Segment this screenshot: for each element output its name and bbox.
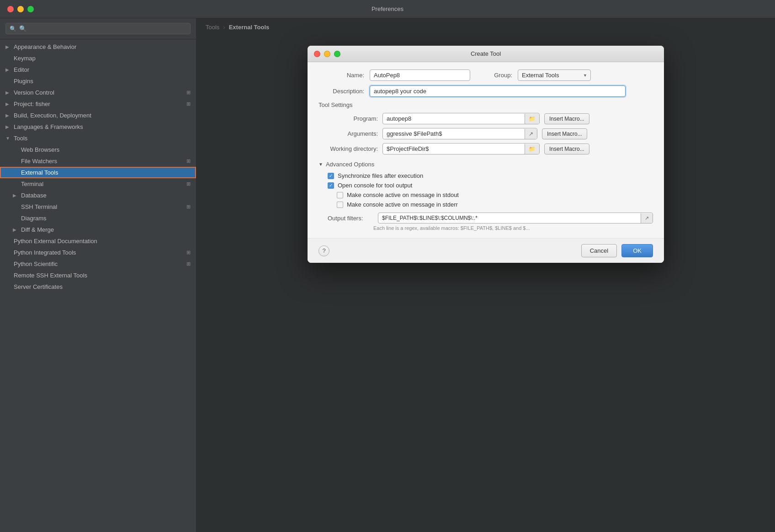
arguments-input-wrap: ↗ <box>382 128 537 139</box>
sidebar-item-label: Python External Documentation <box>14 238 191 245</box>
sidebar-item-database[interactable]: ▶ Database <box>0 190 196 201</box>
search-box: 🔍 <box>0 18 196 39</box>
help-button[interactable]: ? <box>318 245 329 256</box>
program-label: Program: <box>318 115 378 122</box>
sidebar-item-keymap[interactable]: Keymap <box>0 53 196 64</box>
sidebar-item-version-control[interactable]: ▶ Version Control ⊞ <box>0 87 196 98</box>
sidebar-item-ssh-terminal[interactable]: SSH Terminal ⊞ <box>0 201 196 213</box>
console-stderr-checkbox[interactable] <box>337 202 343 208</box>
window-controls <box>7 6 34 12</box>
maximize-button[interactable] <box>27 6 34 12</box>
sidebar-item-label: Diff & Merge <box>21 226 191 233</box>
checkbox-row-console-stderr: Make console active on message in stderr <box>318 201 653 208</box>
dialog-titlebar: Create Tool <box>308 46 664 62</box>
checkbox-row-sync-files: ✓ Synchronize files after execution <box>318 172 653 179</box>
sidebar-item-remote-ssh-external-tools[interactable]: Remote SSH External Tools <box>0 270 196 281</box>
search-input[interactable] <box>19 25 186 32</box>
program-insert-macro-button[interactable]: Insert Macro... <box>544 113 589 124</box>
sidebar-item-label: External Tools <box>21 169 191 176</box>
sidebar-item-build-execution-deployment[interactable]: ▶ Build, Execution, Deployment <box>0 110 196 121</box>
expand-arrow-icon: ▶ <box>13 193 19 198</box>
sidebar-item-project-fisher[interactable]: ▶ Project: fisher ⊞ <box>0 98 196 110</box>
open-console-checkbox[interactable]: ✓ <box>328 182 334 189</box>
sidebar-item-label: Editor <box>14 66 191 73</box>
advanced-options-toggle[interactable]: ▼ Advanced Options <box>318 161 653 168</box>
sidebar-item-file-watchers[interactable]: File Watchers ⊞ <box>0 155 196 167</box>
ok-button[interactable]: OK <box>621 244 653 257</box>
sidebar-item-python-integrated-tools[interactable]: Python Integrated Tools ⊞ <box>0 247 196 258</box>
sidebar-item-label: Plugins <box>14 78 191 85</box>
name-label: Name: <box>318 72 364 79</box>
sidebar-item-label: Appearance & Behavior <box>14 43 191 50</box>
sidebar-item-external-tools[interactable]: External Tools <box>0 167 196 178</box>
group-select[interactable]: External Tools <box>518 69 591 81</box>
sidebar-item-python-scientific[interactable]: Python Scientific ⊞ <box>0 258 196 270</box>
sync-files-checkbox[interactable]: ✓ <box>328 173 334 179</box>
sidebar-item-tools[interactable]: ▼ Tools <box>0 133 196 144</box>
program-row: Program: 📁 Insert Macro... <box>318 113 653 124</box>
name-input[interactable] <box>370 69 470 81</box>
sidebar-item-python-external-documentation[interactable]: Python External Documentation <box>0 235 196 247</box>
output-filters-input[interactable] <box>378 213 641 223</box>
sidebar-item-web-browsers[interactable]: Web Browsers <box>0 144 196 155</box>
tool-settings-title: Tool Settings <box>318 101 653 108</box>
sidebar-item-terminal[interactable]: Terminal ⊞ <box>0 178 196 190</box>
sidebar-item-label: File Watchers <box>21 158 185 165</box>
close-button[interactable] <box>7 6 14 12</box>
advanced-arrow-icon: ▼ <box>318 162 323 167</box>
expand-arrow-icon: ▶ <box>5 124 12 129</box>
sidebar: 🔍 ▶ Appearance & Behavior Keymap ▶ Edito… <box>0 18 196 532</box>
arguments-insert-macro-button[interactable]: Insert Macro... <box>542 128 587 139</box>
working-directory-row: Working directory: 📁 Insert Macro... <box>318 143 653 154</box>
working-directory-input[interactable] <box>383 144 525 154</box>
checkbox-row-open-console: ✓ Open console for tool output <box>318 182 653 189</box>
sidebar-item-label: Terminal <box>21 181 185 187</box>
advanced-options-section: ▼ Advanced Options ✓ Synchronize files a… <box>318 161 653 231</box>
arguments-input[interactable] <box>383 128 525 139</box>
working-directory-insert-macro-button[interactable]: Insert Macro... <box>544 144 589 154</box>
copy-icon: ⊞ <box>186 204 191 210</box>
expand-icon[interactable]: ↗ <box>525 129 537 139</box>
nav-tree: ▶ Appearance & Behavior Keymap ▶ Editor … <box>0 39 196 294</box>
minimize-button[interactable] <box>17 6 24 12</box>
group-label: Group: <box>485 72 512 79</box>
sidebar-item-appearance-behavior[interactable]: ▶ Appearance & Behavior <box>0 41 196 53</box>
folder-icon[interactable]: 📁 <box>525 144 539 154</box>
copy-icon: ⊞ <box>186 181 191 187</box>
description-label: Description: <box>318 88 364 95</box>
sidebar-item-label: Languages & Frameworks <box>14 123 191 130</box>
dialog-minimize-button[interactable] <box>324 51 330 57</box>
advanced-options-label: Advanced Options <box>326 161 374 168</box>
sidebar-item-plugins[interactable]: Plugins <box>0 75 196 87</box>
sidebar-item-label: Diagrams <box>21 215 191 222</box>
dialog-close-button[interactable] <box>314 51 320 57</box>
cancel-button[interactable]: Cancel <box>581 244 617 257</box>
open-console-label: Open console for tool output <box>338 182 412 189</box>
window-title: Preferences <box>372 5 403 12</box>
sidebar-item-label: Python Scientific <box>14 261 185 267</box>
copy-icon: ⊞ <box>186 250 191 255</box>
search-wrap[interactable]: 🔍 <box>5 23 191 34</box>
sidebar-item-label: Database <box>21 192 191 199</box>
expand-icon[interactable]: ↗ <box>641 213 653 223</box>
create-tool-dialog: Create Tool Name: Group: External Tools <box>308 46 664 263</box>
program-input[interactable] <box>383 113 525 124</box>
copy-icon: ⊞ <box>186 90 191 96</box>
sidebar-item-diagrams[interactable]: Diagrams <box>0 213 196 224</box>
program-input-wrap: 📁 <box>382 113 540 124</box>
description-input[interactable] <box>370 85 626 97</box>
working-directory-label: Working directory: <box>318 145 378 152</box>
sidebar-item-languages-frameworks[interactable]: ▶ Languages & Frameworks <box>0 121 196 133</box>
sidebar-item-editor[interactable]: ▶ Editor <box>0 64 196 75</box>
sidebar-item-diff-merge[interactable]: ▶ Diff & Merge <box>0 224 196 235</box>
console-stdout-checkbox[interactable] <box>337 192 343 198</box>
sidebar-item-label: SSH Terminal <box>21 203 185 210</box>
dialog-title: Create Tool <box>471 50 501 57</box>
sidebar-item-server-certificates[interactable]: Server Certificates <box>0 281 196 293</box>
folder-icon[interactable]: 📁 <box>525 114 539 124</box>
sidebar-item-label: Web Browsers <box>21 146 191 153</box>
dialog-window-controls <box>314 51 340 57</box>
expand-arrow-icon: ▶ <box>13 227 19 232</box>
sidebar-item-label: Project: fisher <box>14 101 185 107</box>
dialog-maximize-button[interactable] <box>334 51 340 57</box>
